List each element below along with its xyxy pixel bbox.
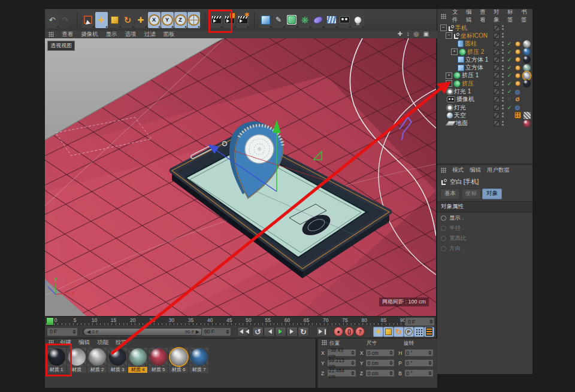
phong-tag-icon[interactable]	[515, 65, 520, 71]
play-loop-button[interactable]: ↻	[298, 327, 309, 337]
phong-tag-icon[interactable]	[515, 81, 520, 86]
material-menu-item[interactable]: 创建	[60, 339, 71, 347]
object-tree-row[interactable]: 摄像机∷Ø	[437, 96, 532, 104]
visibility-toggle-icon[interactable]	[494, 25, 500, 31]
object-tree-row[interactable]: +挤压 1✓	[437, 72, 532, 80]
target-tag-icon[interactable]: ◎	[515, 104, 520, 111]
record-scale-toggle[interactable]	[383, 327, 394, 337]
enabled-check-icon[interactable]: ✓	[507, 49, 512, 55]
current-frame-field[interactable]: 0 F	[47, 327, 78, 336]
size-field[interactable]: 0 cm	[365, 349, 395, 357]
material-tag-icon[interactable]	[523, 80, 531, 87]
object-manager-menu-item[interactable]: 文件	[452, 8, 460, 24]
tree-expander[interactable]: −	[440, 25, 447, 31]
editor-render-dots-icon[interactable]	[502, 121, 504, 126]
record-rotation-toggle[interactable]: ↻	[394, 327, 404, 337]
view-label[interactable]: 透视视图	[47, 41, 75, 51]
panel-grip-icon[interactable]	[49, 32, 54, 37]
rotation-field[interactable]: 0 °	[404, 369, 434, 377]
material-tag-icon[interactable]	[523, 56, 531, 63]
subdivision-surface-icon[interactable]	[286, 12, 298, 28]
object-manager-menu-item[interactable]: 标签	[507, 8, 515, 24]
panel-grip-icon[interactable]	[322, 340, 327, 345]
material-sphere[interactable]	[150, 348, 167, 366]
record-pla-toggle[interactable]	[414, 327, 424, 337]
material-sphere[interactable]	[89, 348, 106, 366]
spline-primitive-icon[interactable]	[312, 12, 325, 28]
object-tree-row[interactable]: 灯光 1✓◎	[437, 87, 532, 95]
goto-start-button[interactable]	[237, 327, 249, 337]
play-button[interactable]	[275, 327, 286, 337]
generator-icon[interactable]: ❋	[299, 12, 311, 28]
stepper-arrows-icon[interactable]	[389, 371, 393, 375]
object-tree-row[interactable]: 灯光✓◎	[437, 104, 532, 111]
material-swatch[interactable]: 材质 1	[47, 348, 66, 373]
render-settings-icon[interactable]: ✱	[237, 12, 249, 28]
x-axis-lock-icon[interactable]: X	[148, 12, 161, 28]
y-axis-lock-icon[interactable]: Y	[161, 12, 174, 28]
editor-render-dots-icon[interactable]	[502, 57, 504, 62]
stepper-arrows-icon[interactable]	[428, 351, 432, 355]
object-tree-row[interactable]: −坐标ICON	[437, 32, 532, 39]
primitive-cube-icon[interactable]	[259, 12, 272, 28]
visibility-toggle-icon[interactable]	[494, 96, 500, 102]
material-menu-item[interactable]: 纹理	[116, 339, 127, 347]
next-frame-button[interactable]	[286, 327, 298, 337]
render-picture-viewer-icon[interactable]	[223, 12, 236, 28]
enabled-check-icon[interactable]: ✓	[507, 65, 512, 71]
object-tree-row[interactable]: 立方体 1✓	[437, 56, 532, 63]
panel-grip-icon[interactable]	[441, 14, 446, 19]
scene-light-icon[interactable]	[352, 12, 364, 28]
phong-tag-icon[interactable]	[515, 73, 520, 78]
editor-render-dots-icon[interactable]	[502, 81, 504, 86]
play-backwards-button[interactable]: ↺	[252, 327, 264, 337]
rotation-field[interactable]: 0 °	[404, 359, 434, 367]
editor-render-dots-icon[interactable]	[502, 41, 504, 47]
goto-end-button[interactable]	[316, 327, 328, 337]
position-field[interactable]: 59.213 cm	[327, 359, 356, 367]
material-swatch[interactable]: 材质 4	[128, 348, 147, 373]
editor-render-dots-icon[interactable]	[502, 105, 504, 110]
size-field[interactable]: 0 cm	[365, 359, 395, 367]
viewport-menu-item[interactable]: 过滤	[144, 31, 156, 38]
render-view-icon[interactable]	[210, 12, 223, 28]
material-sphere[interactable]	[48, 348, 65, 366]
record-parameter-toggle[interactable]: P	[404, 327, 414, 337]
material-tag-icon[interactable]	[523, 120, 531, 127]
autokeying-button[interactable]: ()	[344, 327, 354, 336]
viewport-menu-item[interactable]: 查看	[62, 31, 73, 38]
stepper-arrows-icon[interactable]	[351, 351, 355, 355]
last-used-tool-icon[interactable]: ✚	[135, 12, 147, 28]
editor-render-dots-icon[interactable]	[502, 89, 504, 95]
redo-icon[interactable]: ↷	[59, 12, 72, 28]
stepper-arrows-icon[interactable]	[389, 361, 393, 365]
material-menu-item[interactable]: 功能	[97, 339, 108, 347]
material-sphere[interactable]	[109, 348, 126, 366]
scale-tool-icon[interactable]	[108, 12, 121, 28]
maximize-view-icon[interactable]: ▣	[423, 31, 429, 37]
material-sphere[interactable]	[190, 348, 208, 366]
stepper-arrows-icon[interactable]	[351, 361, 355, 365]
move-tool-icon[interactable]: ✚	[95, 12, 108, 28]
viewport-menu-item[interactable]: 面板	[164, 31, 175, 38]
object-manager-menu-item[interactable]: 编辑	[466, 8, 474, 24]
z-axis-lock-icon[interactable]: Z	[174, 12, 187, 28]
editor-render-dots-icon[interactable]	[502, 33, 504, 38]
animation-dot-icon[interactable]	[441, 246, 446, 251]
material-menu-item[interactable]: 编辑	[78, 339, 90, 347]
visibility-toggle-icon[interactable]	[494, 81, 500, 87]
tree-expander[interactable]: −	[446, 32, 452, 39]
record-keyframe-button[interactable]: ●	[334, 327, 343, 336]
object-tree-row[interactable]: 地面	[437, 120, 532, 127]
visibility-toggle-icon[interactable]	[494, 72, 500, 78]
rotation-field[interactable]: 0 °	[404, 349, 434, 357]
panel-grip-icon[interactable]	[49, 340, 54, 345]
record-position-toggle[interactable]: ✚	[373, 327, 383, 337]
editor-render-dots-icon[interactable]	[502, 25, 504, 31]
timeline-ruler[interactable]: 051015202530354045505560657075808590 0 F	[45, 316, 436, 326]
editor-render-dots-icon[interactable]	[502, 49, 504, 54]
viewport[interactable]: Y X Z 透视视图 网格间距 : 100 cm	[45, 38, 436, 316]
animation-dot-icon[interactable]	[441, 226, 446, 231]
object-tree-row[interactable]: +挤压 2✓	[437, 48, 532, 56]
material-tag-icon[interactable]	[523, 64, 531, 72]
